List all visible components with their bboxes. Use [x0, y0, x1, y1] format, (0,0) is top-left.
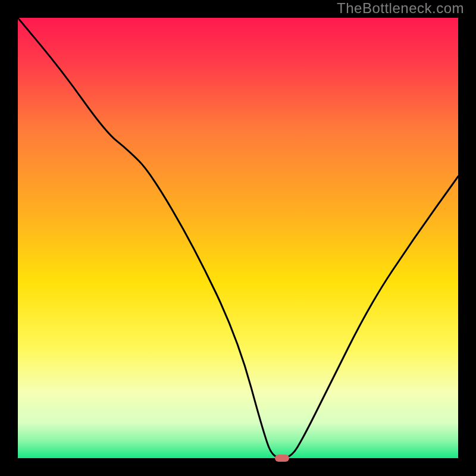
chart-frame: TheBottleneck.com: [0, 0, 476, 476]
background-gradient: [18, 18, 458, 458]
optimal-point-marker: [275, 455, 289, 462]
plot-area: [18, 18, 458, 458]
watermark-label: TheBottleneck.com: [337, 0, 464, 17]
svg-rect-0: [18, 18, 458, 458]
